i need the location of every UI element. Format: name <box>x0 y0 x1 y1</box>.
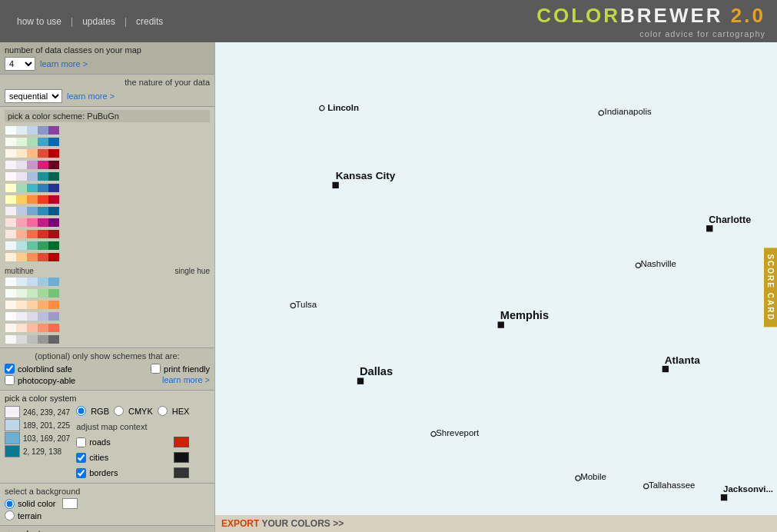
city-label-nashville: Nashville <box>640 259 676 268</box>
multihue-scheme-row-2[interactable] <box>5 148 210 158</box>
solid-color-row: solid color <box>5 498 210 509</box>
brand: COLORBREWER 2.0 color advice for cartogr… <box>536 4 777 38</box>
colorblind-label: colorblind safe <box>18 364 72 374</box>
singlehue-scheme-row-4[interactable] <box>5 323 210 333</box>
brand-subtitle: color advice for cartography <box>536 29 765 38</box>
singlehue-scheme-row-1[interactable] <box>5 288 210 298</box>
nature-row: sequential diverging qualitative learn m… <box>5 89 210 103</box>
singlehue-scheme-row-5[interactable] <box>5 334 210 344</box>
rgb-radio[interactable] <box>76 406 86 416</box>
filter-learn-more[interactable]: learn more > <box>162 375 210 384</box>
multihue-scheme-row-7[interactable] <box>5 206 210 216</box>
multihue-scheme-row-4[interactable] <box>5 171 210 181</box>
system-radio-row: RGB CMYK HEX <box>76 406 189 416</box>
color-cell <box>16 207 27 215</box>
color-cell <box>48 253 59 261</box>
map-area: /* counties rendered by JS below */ Linc… <box>215 42 777 532</box>
color-cell <box>5 278 16 286</box>
multihue-scheme-row-11[interactable] <box>5 252 210 262</box>
color-cell <box>16 278 27 286</box>
color-cell <box>5 172 16 181</box>
solid-radio[interactable] <box>5 499 15 509</box>
color-cell <box>27 138 38 146</box>
city-label-indianapolis: Indianapolis <box>604 107 651 116</box>
filter-section: (optional) only show schemes that are: c… <box>0 348 214 391</box>
color-cell <box>38 218 48 227</box>
photocopy-checkbox[interactable] <box>5 375 15 385</box>
strip-row: 189, 201, 225 <box>5 419 70 431</box>
export-text: EXPORT <box>221 518 259 529</box>
credits-link[interactable]: credits <box>127 16 172 27</box>
scheme-labels: multihue single hue <box>5 265 210 277</box>
color-cell <box>5 335 16 344</box>
brand-version: 2.0 <box>731 4 765 27</box>
filter-bottom: learn more > <box>151 375 210 384</box>
color-cell <box>38 207 48 215</box>
multihue-scheme-row-1[interactable] <box>5 137 210 147</box>
multihue-scheme-row-0[interactable] <box>5 125 210 135</box>
cmyk-radio[interactable] <box>114 406 124 416</box>
color-cell <box>38 195 48 204</box>
roads-row: roads <box>76 437 189 447</box>
color-cell <box>38 241 48 250</box>
multihue-scheme-row-9[interactable] <box>5 229 210 239</box>
nav-area: how to use | updates | credits <box>0 16 536 27</box>
roads-checkbox[interactable] <box>76 437 86 447</box>
single-hue-label: single hue <box>174 267 210 275</box>
brand-color: COLOR <box>536 4 620 27</box>
cities-checkbox[interactable] <box>76 453 86 463</box>
brand-brewer: BREWER <box>620 4 723 27</box>
num-classes-learn-more[interactable]: learn more > <box>40 59 88 68</box>
terrain-radio[interactable] <box>5 510 15 520</box>
color-cell <box>48 312 59 321</box>
nature-learn-more[interactable]: learn more > <box>67 91 115 101</box>
terrain-label: terrain <box>18 511 42 520</box>
num-classes-select[interactable]: 3 4 5 6 7 8 9 <box>5 57 35 71</box>
color-cell <box>48 230 59 238</box>
color-cell <box>27 195 38 204</box>
color-cell <box>16 161 27 169</box>
num-classes-title: number of data classes on your map <box>5 45 210 55</box>
nature-select[interactable]: sequential diverging qualitative <box>5 89 62 103</box>
svg-rect-560 <box>215 42 777 532</box>
hex-radio[interactable] <box>158 406 168 416</box>
export-bar[interactable]: EXPORT YOUR COLORS >> <box>215 515 777 532</box>
strip-value: 103, 169, 207 <box>23 434 70 443</box>
singlehue-scheme-row-3[interactable] <box>5 311 210 321</box>
score-card-tab[interactable]: SCORE CARD <box>764 248 777 327</box>
bg-title: select a background <box>5 487 210 496</box>
left-panel: number of data classes on your map 3 4 5… <box>0 42 215 532</box>
multihue-scheme-row-10[interactable] <box>5 241 210 251</box>
borders-color[interactable] <box>174 467 189 478</box>
borders-checkbox[interactable] <box>76 468 86 478</box>
multihue-scheme-row-6[interactable] <box>5 195 210 204</box>
color-cell <box>38 172 48 181</box>
multihue-scheme-row-8[interactable] <box>5 218 210 228</box>
cities-color[interactable] <box>174 452 189 463</box>
borders-row: borders <box>76 467 189 478</box>
export-rest: YOUR COLORS >> <box>259 518 344 529</box>
print-checkbox[interactable] <box>151 364 161 374</box>
singlehue-scheme-row-2[interactable] <box>5 300 210 310</box>
brand-title: COLORBREWER 2.0 <box>536 4 765 28</box>
solid-color-swatch[interactable] <box>62 498 78 509</box>
roads-color[interactable] <box>174 437 189 447</box>
color-cell <box>5 289 16 298</box>
color-cell <box>38 138 48 146</box>
city-label-lincoln: Lincoln <box>327 103 359 112</box>
color-cell <box>27 241 38 250</box>
colorblind-row: colorblind safe <box>5 364 75 374</box>
cities-row: cities <box>76 452 189 463</box>
singlehue-scheme-row-0[interactable] <box>5 277 210 287</box>
color-cell <box>48 289 59 298</box>
scheme-section: pick a color scheme: PuBuGn multihue sin… <box>0 107 214 348</box>
how-to-use-link[interactable]: how to use <box>8 16 71 27</box>
color-cell <box>38 230 48 238</box>
multihue-scheme-row-3[interactable] <box>5 160 210 170</box>
color-cell <box>48 126 59 135</box>
color-cell <box>16 289 27 298</box>
colorblind-checkbox[interactable] <box>5 364 15 374</box>
updates-link[interactable]: updates <box>73 16 125 27</box>
multihue-scheme-row-5[interactable] <box>5 183 210 193</box>
color-cell <box>5 312 16 321</box>
